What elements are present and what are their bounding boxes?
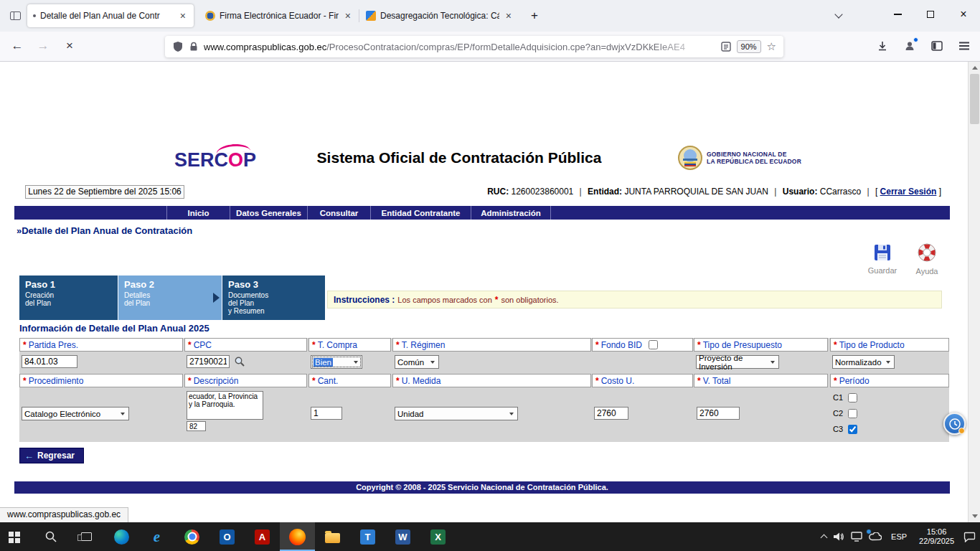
t-regimen-select[interactable]: Común bbox=[395, 355, 439, 369]
main-menu: Inicio Datos Generales Consultar Entidad… bbox=[14, 206, 950, 220]
tab-detalle-plan[interactable]: Detalle del Plan Anual de Contr × bbox=[27, 4, 194, 27]
acrobat-button[interactable]: A bbox=[245, 522, 280, 551]
help-lifebuoy-icon bbox=[917, 242, 937, 263]
step-line: del Plan bbox=[228, 299, 319, 307]
link-status-popup: www.compraspublicas.gob.ec bbox=[0, 507, 128, 522]
ayuda-button[interactable]: Ayuda bbox=[905, 242, 948, 276]
firefox-icon bbox=[289, 529, 306, 545]
task-view-button[interactable] bbox=[69, 522, 104, 551]
procedimiento-select[interactable]: Catalogo Electrónico bbox=[22, 407, 129, 420]
stop-loading-button[interactable]: × bbox=[58, 34, 81, 57]
bracket: ] bbox=[939, 187, 941, 197]
url-bar[interactable]: www.compraspublicas.gob.ec/ProcesoContra… bbox=[165, 36, 783, 57]
step-line: y Resumen bbox=[228, 307, 319, 315]
t-compra-select[interactable]: Bien bbox=[311, 355, 362, 369]
firefox-view-button[interactable] bbox=[6, 6, 24, 25]
scroll-up-button[interactable] bbox=[969, 62, 980, 74]
zoom-indicator[interactable]: 90% bbox=[737, 40, 761, 53]
list-all-tabs-button[interactable] bbox=[829, 6, 848, 25]
site-title: Sistema Oficial de Contratación Pública bbox=[251, 149, 667, 166]
sidebar-button[interactable] bbox=[925, 34, 948, 57]
v-total-input[interactable] bbox=[697, 407, 740, 420]
download-icon bbox=[877, 40, 888, 52]
taskbar-clock[interactable]: 15:06 22/9/2025 bbox=[916, 527, 957, 546]
close-window-button[interactable]: × bbox=[947, 0, 980, 29]
cpc-search-button[interactable] bbox=[234, 356, 245, 370]
regresar-button[interactable]: ← Regresar bbox=[19, 448, 84, 463]
logout-link[interactable]: Cerrar Sesión bbox=[880, 187, 937, 197]
excel-button[interactable]: X bbox=[420, 522, 456, 551]
downloads-button[interactable] bbox=[871, 34, 894, 57]
floating-widget[interactable] bbox=[943, 413, 966, 435]
partida-pres-input[interactable] bbox=[22, 355, 77, 368]
periodo-c2-checkbox[interactable] bbox=[848, 409, 857, 418]
maximize-button[interactable] bbox=[914, 0, 947, 29]
bookmark-star-icon[interactable]: ☆ bbox=[767, 40, 776, 53]
descripcion-textarea[interactable]: ecuador, La Provincia y la Parroquia. bbox=[187, 391, 263, 420]
file-explorer-button[interactable] bbox=[315, 522, 350, 551]
taskbar-search-button[interactable] bbox=[33, 522, 69, 551]
u-medida-select[interactable]: Unidad bbox=[395, 407, 518, 420]
scrollbar-thumb[interactable] bbox=[970, 74, 979, 124]
menu-item-administracion[interactable]: Administración bbox=[471, 206, 551, 220]
fondo-bid-checkbox[interactable] bbox=[649, 340, 658, 349]
volume-button[interactable] bbox=[833, 532, 844, 542]
menu-item-inicio[interactable]: Inicio bbox=[166, 206, 230, 220]
step-paso-1[interactable]: Paso 1 Creación del Plan bbox=[19, 276, 118, 320]
minimize-button[interactable] bbox=[881, 0, 914, 29]
cpc-input[interactable] bbox=[187, 355, 230, 368]
shield-icon[interactable] bbox=[172, 41, 184, 52]
cantidad-input[interactable] bbox=[311, 407, 342, 420]
tab-firma-electronica[interactable]: Firma Electrónica Ecuador - Firn × bbox=[199, 4, 359, 27]
tray-expand-icon[interactable] bbox=[821, 534, 828, 542]
action-center-button[interactable] bbox=[963, 532, 976, 542]
tab-close-icon[interactable]: × bbox=[343, 10, 353, 22]
menu-item-consultar[interactable]: Consultar bbox=[307, 206, 370, 220]
lock-icon[interactable] bbox=[189, 42, 198, 52]
step-paso-2[interactable]: Paso 2 Detalles del Plan bbox=[118, 276, 222, 320]
word-button[interactable]: W bbox=[385, 522, 420, 551]
usuario-label: Usuario: bbox=[783, 187, 818, 197]
edge-button[interactable] bbox=[104, 522, 139, 551]
chevron-down-icon bbox=[430, 361, 435, 364]
new-tab-button[interactable]: + bbox=[525, 6, 544, 25]
reader-view-icon[interactable] bbox=[721, 42, 731, 52]
step-paso-3[interactable]: Paso 3 Documentos del Plan y Resumen bbox=[222, 276, 325, 320]
teams-button[interactable]: T bbox=[350, 522, 385, 551]
tipo-producto-select[interactable]: Normalizado bbox=[832, 355, 895, 369]
language-indicator[interactable]: ESP bbox=[888, 532, 910, 541]
descripcion-codigo-input[interactable] bbox=[187, 421, 206, 431]
menu-button[interactable] bbox=[953, 34, 976, 57]
tab-close-icon[interactable]: × bbox=[178, 10, 188, 22]
required-asterisk: * bbox=[495, 295, 499, 305]
network-button[interactable] bbox=[851, 532, 862, 542]
costo-u-input[interactable] bbox=[594, 407, 628, 420]
step-line: Detalles bbox=[124, 291, 216, 299]
scroll-down-button[interactable] bbox=[969, 510, 980, 522]
chevron-down-icon bbox=[354, 361, 358, 364]
back-button[interactable]: ← bbox=[6, 34, 29, 57]
page-scrollbar[interactable] bbox=[968, 62, 980, 522]
account-button[interactable] bbox=[898, 34, 921, 57]
tab-close-icon[interactable]: × bbox=[504, 10, 514, 22]
start-button[interactable] bbox=[0, 522, 33, 551]
clock-icon bbox=[948, 418, 961, 430]
sidebar-icon bbox=[931, 41, 943, 51]
menu-item-datos-generales[interactable]: Datos Generales bbox=[230, 206, 307, 220]
periodo-c3-checkbox[interactable] bbox=[848, 425, 857, 434]
menu-item-entidad-contratante[interactable]: Entidad Contratante bbox=[370, 206, 471, 220]
firefox-button[interactable] bbox=[280, 522, 315, 551]
guardar-button[interactable]: Guardar bbox=[861, 243, 904, 275]
instructions-text: son obligatorios. bbox=[501, 296, 558, 304]
periodo-c1-checkbox[interactable] bbox=[848, 393, 857, 402]
footer: Copyright © 2008 - 2025 Servicio Naciona… bbox=[14, 481, 950, 494]
internet-explorer-button[interactable]: e bbox=[139, 522, 174, 551]
tipo-presupuesto-select[interactable]: Proyecto de Inversión bbox=[696, 355, 779, 369]
chrome-button[interactable] bbox=[174, 522, 209, 551]
header-tipo-producto: *Tipo de Producto bbox=[830, 338, 949, 352]
forward-button[interactable]: → bbox=[32, 34, 55, 57]
clock-time: 15:06 bbox=[919, 527, 954, 537]
onedrive-button[interactable] bbox=[869, 532, 882, 541]
outlook-button[interactable]: O bbox=[209, 522, 245, 551]
tab-desagregacion[interactable]: Desagregación Tecnológica: Cál × bbox=[360, 4, 519, 27]
